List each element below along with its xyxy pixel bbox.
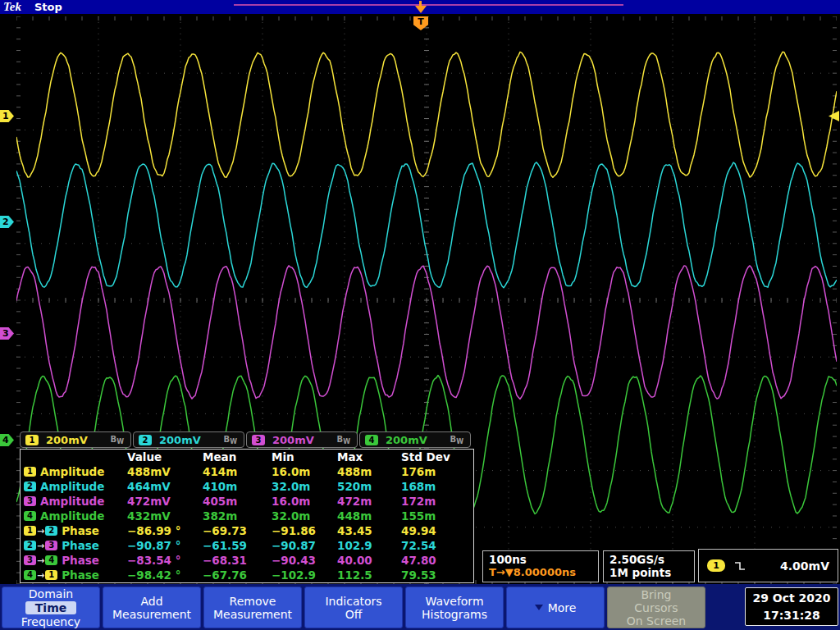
- measurement-value: 488mV: [127, 465, 203, 478]
- channel-2-readout[interactable]: 2200mVBW: [133, 431, 244, 448]
- date-text: 29 Oct 2020: [746, 590, 838, 607]
- measurement-max: 43.45: [337, 524, 401, 537]
- measurement-std: 172m: [401, 495, 472, 508]
- menu-domain-button[interactable]: Domain Time Frequency: [2, 587, 100, 628]
- menu-indicators-l1: Indicators: [325, 595, 381, 608]
- trigger-readout: 1 4.00mV: [698, 549, 838, 582]
- measurement-min: −91.86: [272, 524, 337, 537]
- channel-badge: 1: [45, 570, 57, 580]
- menu-add-measurement-button[interactable]: Add Measurement: [103, 587, 201, 628]
- record-length: 1M points: [609, 566, 688, 579]
- bottom-menu-bar: Domain Time Frequency Add Measurement Re…: [0, 584, 840, 630]
- acquisition-readout: 2.50GS/s 1M points: [603, 550, 695, 582]
- measurement-label: 3→4Phase: [21, 554, 127, 567]
- measurement-name: Phase: [62, 524, 99, 537]
- channel-badge: 4: [45, 555, 57, 565]
- record-view-bar: [234, 4, 623, 6]
- channel-badge: 4: [24, 511, 36, 521]
- measurement-min: 16.0m: [272, 465, 337, 478]
- channel-badge: 4: [365, 435, 378, 445]
- channel-badge: 1: [24, 467, 36, 477]
- measurement-mean: 410m: [203, 480, 272, 493]
- header-mean: Mean: [203, 450, 272, 463]
- phase-arrow-icon: →: [37, 570, 44, 581]
- measurement-label: 3Amplitude: [21, 495, 127, 508]
- measurement-mean: −61.59: [203, 539, 272, 552]
- trigger-slope-icon: [733, 559, 746, 573]
- measurement-max: 102.9: [337, 539, 401, 552]
- measurement-std: 72.54: [401, 539, 472, 552]
- measurement-row: 1→2Phase−86.99 °−69.73−91.8643.4549.94: [21, 523, 473, 538]
- measurement-std: 49.94: [401, 524, 472, 537]
- measurement-label: 2Amplitude: [21, 480, 127, 493]
- measurement-min: −102.9: [272, 568, 337, 582]
- measurement-min: −90.43: [272, 554, 337, 567]
- menu-waveform-histograms-button[interactable]: Waveform Histograms: [405, 587, 504, 628]
- channel-badge: 2: [24, 482, 36, 491]
- oscilloscope-screen: 1 2 3 4 T Tek Stop 1200mVBW2200mVBW3200m…: [0, 0, 840, 630]
- measurement-min: 32.0m: [272, 509, 337, 523]
- trigger-top-arrow-tip-icon: [415, 6, 427, 13]
- measurement-name: Amplitude: [40, 480, 104, 493]
- phase-arrow-icon: →: [37, 541, 44, 551]
- menu-indicators-button[interactable]: Indicators Off: [304, 587, 403, 628]
- acquisition-status: Stop: [34, 1, 62, 13]
- menu-remove-l2: Measurement: [213, 608, 292, 621]
- channel2-position-marker: 2: [0, 216, 14, 228]
- menu-more-button[interactable]: More: [506, 587, 605, 628]
- measurement-mean: 414m: [203, 465, 272, 478]
- measurement-row: 1Amplitude488mV414m16.0m488m176m: [21, 464, 473, 479]
- trigger-level-value: 4.00mV: [780, 559, 829, 573]
- menu-add-l2: Measurement: [112, 608, 191, 621]
- measurement-min: 32.0m: [272, 480, 337, 493]
- measurement-max: 448m: [337, 509, 401, 523]
- menu-bring-cursors-button[interactable]: Bring Cursors On Screen: [607, 587, 705, 628]
- measurement-row: 3Amplitude472mV405m16.0m472m172m: [21, 494, 473, 509]
- measurement-value: −86.99 °: [127, 524, 203, 537]
- menu-histograms-l2: Histograms: [422, 608, 487, 621]
- header-min: Min: [272, 450, 337, 463]
- measurement-name: Amplitude: [40, 495, 104, 508]
- measurement-row: 2→3Phase−90.87 °−61.59−90.87102.972.54: [21, 538, 473, 553]
- channel-4-readout[interactable]: 4200mVBW: [359, 431, 471, 448]
- measurement-max: 488m: [337, 465, 401, 478]
- channel3-position-marker: 3: [0, 327, 14, 340]
- menu-histograms-l1: Waveform: [425, 595, 483, 608]
- menu-remove-measurement-button[interactable]: Remove Measurement: [203, 587, 302, 628]
- measurement-mean: −68.31: [203, 554, 272, 567]
- menu-cursors-l2: Cursors: [634, 601, 678, 614]
- measurement-std: 176m: [401, 465, 472, 478]
- measurement-value: 472mV: [127, 495, 203, 508]
- measurement-max: 472m: [337, 495, 401, 508]
- bandwidth-icon: BW: [224, 435, 239, 445]
- sample-rate: 2.50GS/s: [609, 553, 688, 566]
- measurement-name: Phase: [62, 554, 99, 567]
- menu-domain-selected-time[interactable]: Time: [25, 601, 76, 614]
- channel-scale: 200mV: [159, 434, 201, 446]
- bandwidth-icon: BW: [450, 435, 465, 445]
- menu-indicators-l2: Off: [345, 608, 363, 621]
- measurement-std: 47.80: [401, 554, 472, 567]
- channel-1-readout[interactable]: 1200mVBW: [20, 431, 131, 448]
- header-value: Value: [127, 450, 203, 463]
- measurement-label: 2→3Phase: [21, 539, 127, 552]
- menu-remove-l1: Remove: [230, 595, 276, 608]
- bandwidth-icon: BW: [337, 435, 352, 445]
- menu-cursors-l1: Bring: [641, 588, 671, 601]
- measurement-max: 112.5: [337, 568, 401, 582]
- phase-arrow-icon: →: [37, 555, 44, 566]
- channel-badge: 4: [24, 570, 36, 580]
- measurement-label: 4→1Phase: [21, 568, 127, 582]
- measurement-row: 4→1Phase−98.42 °−67.76−102.9112.579.53: [21, 568, 473, 582]
- menu-domain-title: Domain: [29, 587, 73, 600]
- channel-3-readout[interactable]: 3200mVBW: [246, 431, 358, 448]
- measurement-name: Amplitude: [40, 509, 104, 523]
- channel-badge: 1: [25, 435, 39, 445]
- measurement-std: 155m: [401, 509, 472, 523]
- channel-scale: 200mV: [386, 434, 427, 446]
- menu-more-label: More: [548, 601, 577, 614]
- tek-logo: Tek: [3, 0, 21, 14]
- bandwidth-icon: BW: [111, 435, 126, 445]
- measurement-panel: Value Mean Min Max Std Dev 1Amplitude488…: [20, 449, 474, 583]
- trigger-position-readout: T→▼8.00000ns: [489, 566, 592, 579]
